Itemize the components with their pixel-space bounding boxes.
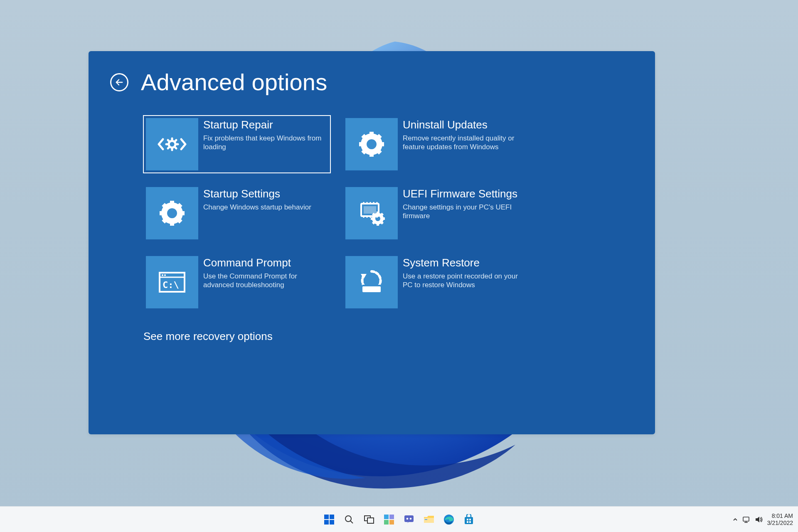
svg-rect-77 <box>467 521 468 523</box>
tile-title: System Restore <box>403 257 524 269</box>
tile-desc: Remove recently installed quality or fea… <box>403 134 524 152</box>
network-icon[interactable] <box>742 516 751 523</box>
svg-line-9 <box>175 147 176 148</box>
svg-rect-54 <box>362 285 381 286</box>
svg-rect-14 <box>380 142 384 146</box>
svg-marker-52 <box>361 274 367 279</box>
store-button[interactable] <box>461 511 477 528</box>
tile-title: Command Prompt <box>203 257 325 269</box>
svg-point-70 <box>410 517 412 520</box>
svg-rect-41 <box>371 217 373 220</box>
svg-rect-11 <box>369 132 374 136</box>
tile-startup-settings[interactable]: Startup Settings Change Windows startup … <box>143 185 330 242</box>
file-explorer-button[interactable] <box>421 511 437 528</box>
svg-rect-76 <box>469 519 471 520</box>
tile-uefi-firmware[interactable]: UEFI Firmware Settings Change settings i… <box>343 185 530 242</box>
svg-rect-20 <box>170 222 174 226</box>
svg-rect-57 <box>324 520 329 525</box>
svg-point-49 <box>162 274 163 276</box>
tile-title: Uninstall Updates <box>403 119 524 131</box>
tile-desc: Change settings in your PC's UEFI firmwa… <box>403 203 524 221</box>
svg-rect-22 <box>180 211 185 215</box>
startup-repair-icon <box>146 118 198 170</box>
svg-rect-28 <box>364 206 376 214</box>
svg-rect-64 <box>384 515 389 519</box>
svg-rect-42 <box>382 217 385 220</box>
search-button[interactable] <box>341 511 357 528</box>
tile-startup-repair[interactable]: Startup Repair Fix problems that keep Wi… <box>143 116 330 173</box>
svg-point-10 <box>367 140 376 148</box>
options-grid: Startup Repair Fix problems that keep Wi… <box>143 116 632 311</box>
clock-time: 8:01 AM <box>767 512 793 519</box>
tile-uninstall-updates[interactable]: Uninstall Updates Remove recently instal… <box>343 116 530 173</box>
tile-system-restore[interactable]: System Restore Use a restore point recor… <box>343 254 530 311</box>
svg-rect-74 <box>465 517 473 524</box>
svg-rect-66 <box>384 520 389 525</box>
start-button[interactable] <box>321 511 337 528</box>
gear-icon <box>146 187 198 239</box>
svg-rect-21 <box>160 211 164 215</box>
tile-title: Startup Settings <box>203 188 311 200</box>
svg-rect-19 <box>170 201 174 205</box>
svg-rect-72 <box>425 519 427 520</box>
terminal-icon: C:\ <box>146 256 198 308</box>
tile-desc: Fix problems that keep Windows from load… <box>203 134 325 152</box>
svg-point-50 <box>164 274 165 276</box>
tray-chevron-icon[interactable] <box>732 517 738 522</box>
restore-icon <box>345 256 398 308</box>
taskbar-clock[interactable]: 8:01 AM 3/21/2022 <box>767 512 793 526</box>
page-title: Advanced options <box>141 69 327 96</box>
tile-desc: Change Windows startup behavior <box>203 203 311 212</box>
svg-line-60 <box>350 521 353 523</box>
tile-command-prompt[interactable]: C:\ Command Prompt Use the Command Promp… <box>143 254 330 311</box>
svg-rect-65 <box>389 515 394 519</box>
gear-icon <box>345 118 398 170</box>
tile-desc: Use a restore point recorded on your PC … <box>403 272 524 290</box>
taskbar: 8:01 AM 3/21/2022 <box>0 506 798 532</box>
svg-rect-39 <box>377 212 379 214</box>
svg-rect-13 <box>359 142 363 146</box>
svg-text:C:\: C:\ <box>163 280 179 290</box>
chip-gear-icon <box>345 187 398 239</box>
svg-rect-55 <box>324 515 329 519</box>
svg-rect-78 <box>469 521 471 523</box>
chat-button[interactable] <box>401 511 417 528</box>
tile-desc: Use the Command Prompt for advanced trou… <box>203 272 325 290</box>
svg-rect-75 <box>467 519 468 520</box>
arrow-left-icon <box>115 78 124 87</box>
tile-title: Startup Repair <box>203 119 325 131</box>
svg-line-7 <box>175 140 176 141</box>
task-view-button[interactable] <box>361 511 377 528</box>
svg-rect-56 <box>330 515 334 519</box>
svg-point-69 <box>406 517 409 520</box>
svg-rect-68 <box>404 515 414 522</box>
svg-line-8 <box>168 147 169 148</box>
svg-rect-40 <box>377 223 379 226</box>
widgets-button[interactable] <box>381 511 397 528</box>
advanced-options-panel: Advanced options <box>89 51 655 434</box>
svg-line-6 <box>168 140 169 141</box>
back-button[interactable] <box>110 73 128 91</box>
svg-rect-12 <box>369 153 374 157</box>
edge-button[interactable] <box>441 511 457 528</box>
tile-title: UEFI Firmware Settings <box>403 188 524 200</box>
clock-date: 3/21/2022 <box>767 520 793 526</box>
svg-rect-62 <box>367 518 374 523</box>
volume-icon[interactable] <box>755 516 763 523</box>
svg-rect-58 <box>330 520 334 525</box>
see-more-recovery-link[interactable]: See more recovery options <box>143 330 632 343</box>
svg-rect-71 <box>424 518 434 523</box>
svg-rect-79 <box>743 517 749 521</box>
svg-point-59 <box>345 516 351 522</box>
svg-rect-67 <box>389 520 394 525</box>
svg-rect-53 <box>362 286 381 292</box>
